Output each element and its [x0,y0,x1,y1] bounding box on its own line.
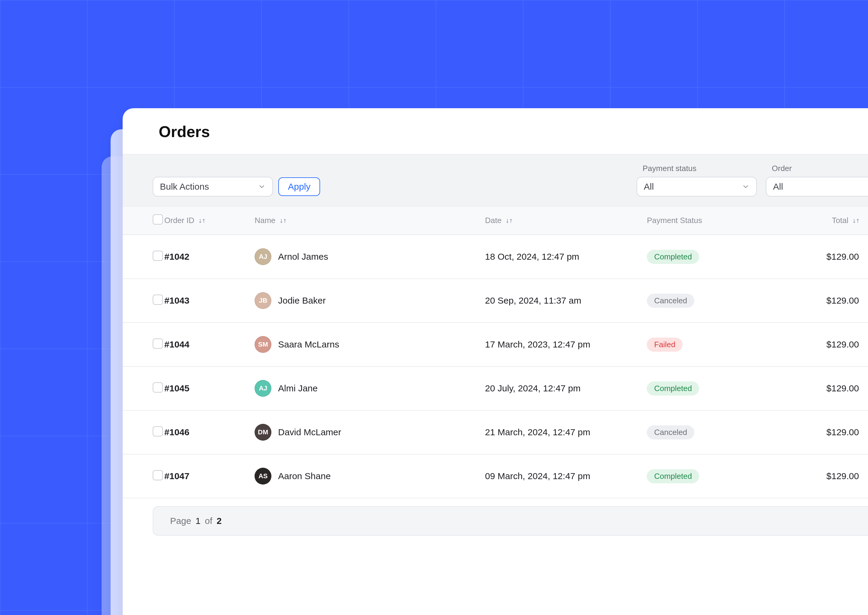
table-header-row: Order ID Name Date [123,206,868,235]
cell-order-id: #1044 [164,323,254,367]
column-header-payment-status[interactable]: Payment Status [647,206,787,235]
row-checkbox[interactable] [153,382,163,393]
column-header-name-label: Name [254,216,275,225]
order-date: 21 March, 2024, 12:47 pm [485,427,590,437]
cell-order-id: #1045 [164,367,254,410]
order-total: $129.00 [826,427,859,437]
toolbar-left: Bulk Actions Apply [123,177,320,197]
row-checkbox[interactable] [153,251,163,261]
avatar: JB [254,292,271,309]
row-checkbox[interactable] [153,339,163,349]
row-checkbox[interactable] [153,470,163,480]
row-checkbox[interactable] [153,295,163,305]
customer-name: Aaron Shane [278,471,330,481]
apply-button[interactable]: Apply [278,177,320,196]
cell-total: $129.00 [787,454,868,498]
cell-total: $129.00 [787,323,868,367]
pagination: Page 1 of 2 [153,506,868,535]
cell-checkbox [123,235,164,279]
column-header-order-id-label: Order ID [164,216,195,225]
toolbar-area: Bulk Actions Apply Payment status All [123,154,868,206]
order-total: $129.00 [826,471,859,481]
cell-checkbox [123,323,164,367]
pagination-prefix: Page [170,516,191,526]
sort-icon [280,218,286,224]
order-id: #1044 [164,339,189,349]
cell-checkbox [123,279,164,323]
order-date: 20 July, 2024, 12:47 pm [485,383,581,393]
pagination-total: 2 [217,516,222,526]
cell-order-id: #1043 [164,279,254,323]
filter-payment-status-value: All [644,181,654,192]
sort-icon [199,218,205,224]
table-row[interactable]: #1044SMSaara McLarns17 March, 2023, 12:4… [123,323,868,367]
column-header-total[interactable]: Total [787,206,868,235]
filter-order-select[interactable]: All [766,177,868,197]
filter-payment-status: Payment status All [637,164,757,197]
filter-order: Order All [766,164,868,197]
filter-payment-status-label: Payment status [637,164,757,173]
table-row[interactable]: #1042AJArnol James18 Oct, 2024, 12:47 pm… [123,235,868,279]
toolbar: Bulk Actions Apply Payment status All [123,164,868,206]
cell-total: $129.00 [787,235,868,279]
order-id: #1047 [164,471,189,481]
cell-total: $129.00 [787,410,868,454]
chevron-down-icon [742,183,750,190]
page-title: Orders [123,108,868,154]
cell-name: SMSaara McLarns [254,323,485,367]
customer-name: Saara McLarns [278,339,339,350]
order-total: $129.00 [826,251,859,262]
order-date: 09 March, 2024, 12:47 pm [485,471,590,481]
pagination-current: 1 [195,516,201,526]
column-header-name[interactable]: Name [254,206,485,235]
cell-payment-status: Canceled [647,410,787,454]
table-row[interactable]: #1043JBJodie Baker20 Sep, 2024, 11:37 am… [123,279,868,323]
cell-checkbox [123,367,164,410]
cell-date: 21 March, 2024, 12:47 pm [485,410,647,454]
table-row[interactable]: #1045AJAlmi Jane20 July, 2024, 12:47 pmC… [123,367,868,410]
sort-icon [853,218,859,224]
column-header-order-id[interactable]: Order ID [164,206,254,235]
status-badge: Failed [647,337,683,352]
cell-name: AJArnol James [254,235,485,279]
cell-date: 09 March, 2024, 12:47 pm [485,454,647,498]
cell-order-id: #1042 [164,235,254,279]
orders-panel: Orders Bulk Actions Apply Payment status… [123,108,868,615]
cell-payment-status: Completed [647,235,787,279]
status-badge: Completed [647,469,699,483]
table-row[interactable]: #1047ASAaron Shane09 March, 2024, 12:47 … [123,454,868,498]
pagination-of: of [205,516,212,526]
cell-name: ASAaron Shane [254,454,485,498]
column-header-date[interactable]: Date [485,206,647,235]
status-badge: Canceled [647,425,694,439]
column-header-checkbox [123,206,164,235]
order-id: #1043 [164,295,189,305]
sort-icon [506,218,512,224]
column-header-total-label: Total [832,216,848,225]
cell-payment-status: Failed [647,323,787,367]
cell-total: $129.00 [787,367,868,410]
cell-order-id: #1046 [164,410,254,454]
customer-name: David McLamer [278,427,341,437]
cell-payment-status: Completed [647,367,787,410]
bulk-actions-select[interactable]: Bulk Actions [153,177,273,197]
select-all-checkbox[interactable] [153,214,163,225]
avatar: AJ [254,248,271,265]
status-badge: Completed [647,250,699,264]
table-row[interactable]: #1046DMDavid McLamer21 March, 2024, 12:4… [123,410,868,454]
filter-payment-status-select[interactable]: All [637,177,757,197]
order-date: 18 Oct, 2024, 12:47 pm [485,251,580,262]
cell-date: 20 Sep, 2024, 11:37 am [485,279,647,323]
order-id: #1045 [164,383,189,393]
row-checkbox[interactable] [153,426,163,437]
cell-date: 18 Oct, 2024, 12:47 pm [485,235,647,279]
orders-table: Order ID Name Date [123,206,868,498]
bulk-actions-value: Bulk Actions [160,181,209,192]
cell-name: DMDavid McLamer [254,410,485,454]
toolbar-right: Payment status All Order All [637,164,868,197]
avatar: SM [254,336,271,353]
chevron-down-icon [258,183,266,190]
order-total: $129.00 [826,339,859,349]
cell-date: 20 July, 2024, 12:47 pm [485,367,647,410]
order-date: 20 Sep, 2024, 11:37 am [485,295,581,305]
